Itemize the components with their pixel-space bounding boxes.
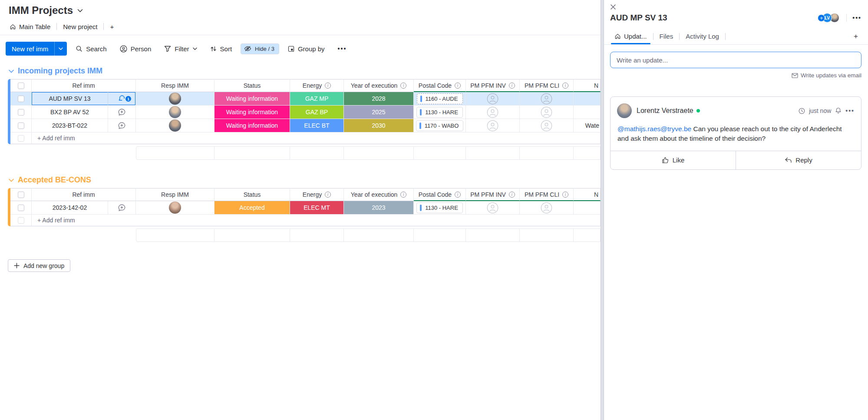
new-item-button[interactable]: New ref imm [6, 42, 67, 56]
year-cell[interactable]: 2030 [344, 119, 414, 132]
add-update-button[interactable] [108, 108, 135, 116]
extra-cell[interactable] [574, 92, 601, 106]
add-update-button[interactable] [108, 122, 135, 130]
add-new-group-button[interactable]: Add new group [8, 259, 70, 272]
pm-cli-cell[interactable] [520, 106, 574, 119]
column-header-pm-cli[interactable]: PM PFM CLI [520, 188, 574, 201]
column-header-pm-inv[interactable]: PM PFM INV [466, 188, 520, 201]
column-header-postal[interactable]: Postal Code [414, 79, 466, 92]
year-cell[interactable]: 2023 [344, 201, 414, 215]
column-header-postal[interactable]: Postal Code [414, 188, 466, 201]
row-checkbox[interactable] [18, 217, 24, 224]
energy-cell[interactable]: ELEC MT [290, 201, 344, 215]
ref-cell[interactable]: 2023-BT-022 [32, 119, 136, 132]
resp-cell[interactable] [136, 201, 215, 215]
add-update-button[interactable] [108, 204, 135, 212]
pm-inv-cell[interactable] [466, 92, 520, 106]
column-header-resp[interactable]: Resp IMM [136, 188, 215, 201]
close-panel-icon[interactable] [610, 4, 616, 10]
column-header-status[interactable]: Status [215, 188, 290, 201]
collapse-group-icon[interactable] [9, 179, 14, 182]
pm-cli-cell[interactable] [520, 119, 574, 132]
status-cell[interactable]: Waiting information [215, 106, 290, 119]
panel-resize-handle[interactable] [601, 0, 604, 420]
collapse-group-icon[interactable] [9, 69, 14, 73]
group-title[interactable]: Accepted BE-CONS [18, 175, 91, 185]
row-checkbox[interactable] [18, 96, 24, 102]
tab-updates[interactable]: Updat... [610, 32, 651, 44]
tab-main-table[interactable]: Main Table [6, 23, 54, 30]
email-updates-link[interactable]: Write updates via email [610, 72, 861, 79]
tab-new-project[interactable]: New project [59, 23, 101, 30]
column-header-extra[interactable]: N [574, 79, 601, 92]
extra-cell[interactable] [574, 201, 601, 215]
add-item-button[interactable]: + Add ref imm [32, 215, 601, 226]
post-more-icon[interactable] [845, 107, 855, 114]
new-item-chevron-icon[interactable] [55, 42, 67, 56]
mention-link[interactable]: @mathijs.raes@tryve.be [617, 125, 691, 132]
sort-button[interactable]: Sort [206, 43, 237, 55]
search-button[interactable]: Search [71, 43, 111, 55]
hide-columns-button[interactable]: Hide / 3 [241, 43, 279, 54]
year-cell[interactable]: 2025 [344, 106, 414, 119]
row-checkbox[interactable] [18, 135, 24, 142]
resp-cell[interactable] [136, 119, 215, 132]
ref-cell[interactable]: BX2 BP AV 52 [32, 106, 136, 119]
panel-more-icon[interactable] [852, 14, 861, 21]
energy-cell[interactable]: GAZ MP [290, 92, 344, 106]
status-cell[interactable]: Accepted [215, 201, 290, 215]
extra-cell[interactable]: Wate [574, 119, 601, 132]
row-checkbox[interactable] [18, 205, 24, 211]
add-panel-tab-button[interactable]: + [854, 32, 861, 44]
pm-cli-cell[interactable] [520, 92, 574, 106]
pm-inv-cell[interactable] [466, 201, 520, 215]
column-header-resp[interactable]: Resp IMM [136, 79, 215, 92]
row-checkbox[interactable] [18, 122, 24, 129]
update-input[interactable] [610, 52, 861, 68]
reply-button[interactable]: Reply [736, 151, 861, 169]
column-header-pm-inv[interactable]: PM PFM INV [466, 79, 520, 92]
bell-icon[interactable] [835, 107, 842, 114]
filter-button[interactable]: Filter [160, 43, 201, 55]
row-checkbox[interactable] [18, 109, 24, 116]
tab-activity-log[interactable]: Activity Log [681, 32, 723, 44]
pm-inv-cell[interactable] [466, 119, 520, 132]
column-header-extra[interactable]: N [574, 188, 601, 201]
select-all-checkbox[interactable] [18, 83, 24, 89]
group-title[interactable]: Incoming projects IMM [18, 66, 102, 76]
author-name[interactable]: Lorentz Verstraete [637, 107, 693, 115]
column-header-pm-cli[interactable]: PM PFM CLI [520, 79, 574, 92]
person-filter-button[interactable]: Person [116, 43, 156, 55]
add-subscriber-icon[interactable] [818, 14, 825, 22]
energy-cell[interactable]: ELEC BT [290, 119, 344, 132]
add-view-button[interactable]: + [106, 23, 117, 30]
extra-cell[interactable] [574, 106, 601, 119]
resp-cell[interactable] [136, 106, 215, 119]
column-header-year[interactable]: Year of execution [344, 79, 414, 92]
column-header-ref[interactable]: Ref imm [32, 79, 136, 92]
status-cell[interactable]: Waiting information [215, 119, 290, 132]
board-more-button[interactable] [333, 43, 351, 55]
column-header-ref[interactable]: Ref imm [32, 188, 136, 201]
open-updates-button[interactable]: 1 [108, 94, 135, 103]
group-by-button[interactable]: Group by [284, 43, 329, 55]
postal-cell[interactable]: 1170 - WABO [414, 119, 466, 132]
resp-cell[interactable] [136, 92, 215, 106]
postal-cell[interactable]: 1160 - AUDE [414, 92, 466, 106]
year-cell[interactable]: 2028 [344, 92, 414, 106]
like-button[interactable]: Like [611, 151, 736, 169]
add-item-button[interactable]: + Add ref imm [32, 132, 601, 144]
column-header-status[interactable]: Status [215, 79, 290, 92]
column-header-energy[interactable]: Energy [290, 79, 344, 92]
column-header-energy[interactable]: Energy [290, 188, 344, 201]
select-all-checkbox[interactable] [18, 192, 24, 198]
column-header-year[interactable]: Year of execution [344, 188, 414, 201]
energy-cell[interactable]: GAZ BP [290, 106, 344, 119]
postal-cell[interactable]: 1130 - HARE [414, 201, 466, 215]
subscribers-cluster[interactable]: LV [818, 13, 839, 23]
tab-files[interactable]: Files [655, 32, 678, 44]
pm-inv-cell[interactable] [466, 106, 520, 119]
postal-cell[interactable]: 1130 - HARE [414, 106, 466, 119]
status-cell[interactable]: Waiting information [215, 92, 290, 106]
item-title[interactable]: AUD MP SV 13 [610, 13, 667, 23]
